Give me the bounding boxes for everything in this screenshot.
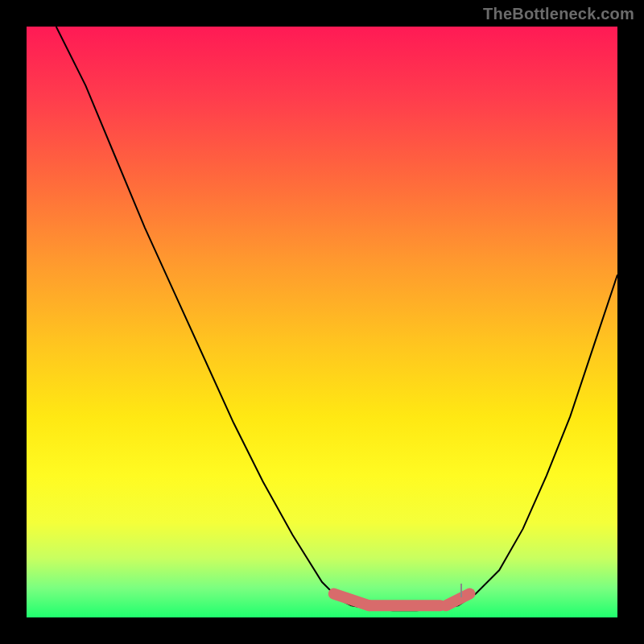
plot-area [27, 27, 617, 617]
curve-group [56, 27, 617, 610]
chart-frame: TheBottleneck.com [0, 0, 644, 644]
highlight-segment [446, 594, 469, 606]
curve-layer [27, 27, 617, 617]
highlight-group [334, 594, 470, 606]
curve-left-arm [56, 27, 352, 605]
curve-right-arm [458, 275, 617, 605]
watermark-text: TheBottleneck.com [483, 5, 634, 23]
